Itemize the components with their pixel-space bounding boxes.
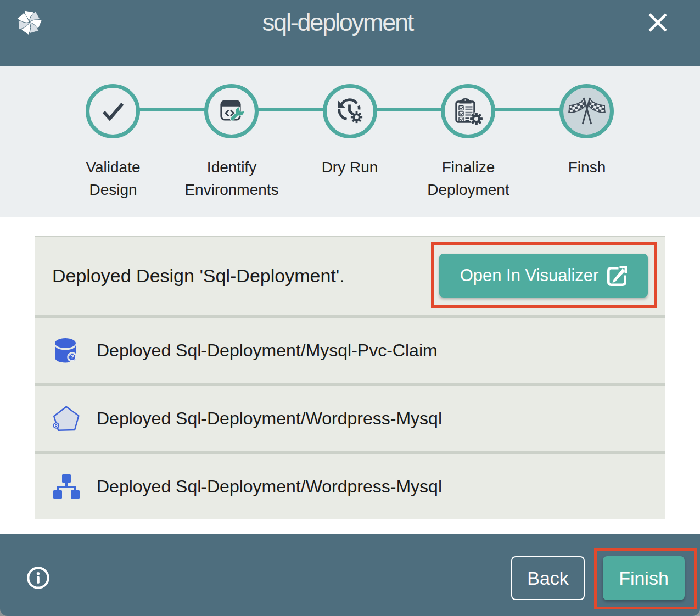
svg-text:?: ? xyxy=(70,354,74,360)
